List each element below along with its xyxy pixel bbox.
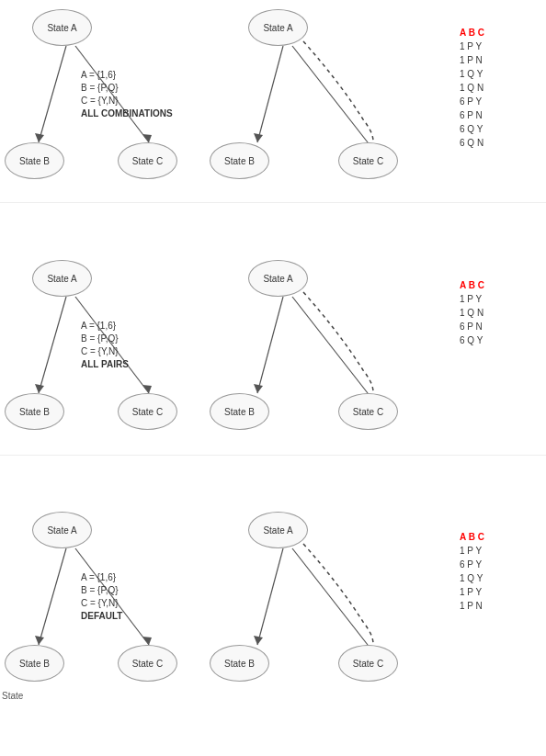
s1-right-root-label: State A	[263, 23, 292, 33]
svg-marker-15	[35, 636, 44, 645]
s2-abc-row4: 6 Q Y	[460, 333, 484, 347]
s1-abc-row2: 1 P N	[460, 53, 484, 67]
svg-line-18	[257, 548, 283, 645]
s1-abc-header: A B C	[460, 26, 484, 39]
s1-abc-row5: 6 P Y	[460, 95, 484, 108]
svg-marker-17	[142, 637, 152, 645]
s3-combo-label: A = {1,6} B = {P,Q} C = {Y,N} DEFAULT	[81, 571, 122, 623]
s3-combo-line1: A = {1,6}	[81, 571, 122, 584]
s3-right-child2-label: State C	[353, 659, 383, 669]
s3-abc-row3: 1 Q Y	[460, 571, 484, 585]
svg-line-4	[257, 46, 283, 142]
s3-right-child1: State B	[210, 645, 269, 682]
svg-marker-19	[254, 636, 263, 645]
s3-left-root: State A	[32, 512, 92, 548]
s1-abc-label: A B C 1 P Y 1 P N 1 Q Y 1 Q N 6 P Y 6 P …	[460, 26, 484, 150]
s2-left-child2-label: State C	[132, 407, 163, 417]
s3-abc-header: A B C	[460, 530, 484, 544]
s2-right-root-label: State A	[263, 274, 292, 284]
s1-abc-row8: 6 Q N	[460, 136, 484, 150]
s1-combo-label: A = {1,6} B = {P,Q} C = {Y,N} ALL COMBIN…	[81, 69, 173, 120]
s2-combo-line1: A = {1,6}	[81, 320, 129, 333]
svg-line-7	[39, 297, 66, 393]
svg-marker-10	[142, 385, 152, 393]
s1-left-child1: State B	[5, 142, 64, 179]
s1-abc-row6: 6 P N	[460, 108, 484, 122]
s2-abc-label: A B C 1 P Y 1 Q N 6 P N 6 Q Y	[460, 278, 484, 347]
s2-combo-line3: C = {Y,N}	[81, 345, 129, 358]
s3-right-child2: State C	[338, 645, 398, 682]
s1-abc-row1: 1 P Y	[460, 39, 484, 53]
svg-line-13	[292, 297, 368, 393]
s3-abc-row1: 1 P Y	[460, 544, 484, 558]
s1-right-child1-label: State B	[224, 156, 255, 166]
s1-left-child2-label: State C	[132, 156, 163, 166]
s1-combo-line1: A = {1,6}	[81, 69, 173, 82]
s1-abc-row4: 1 Q N	[460, 81, 484, 95]
s2-left-child2: State C	[118, 393, 177, 430]
s2-right-child1: State B	[210, 393, 269, 430]
s2-right-child2-label: State C	[353, 407, 383, 417]
s1-left-root-label: State A	[47, 23, 76, 33]
svg-marker-1	[35, 133, 44, 142]
s3-combo-line3: C = {Y,N}	[81, 597, 122, 610]
s1-abc-row3: 1 Q Y	[460, 67, 484, 81]
s3-left-child2: State C	[118, 645, 177, 682]
s3-combo-title: DEFAULT	[81, 610, 122, 623]
svg-line-20	[292, 548, 368, 645]
s3-abc-row5: 1 P N	[460, 599, 484, 613]
svg-line-14	[39, 548, 66, 645]
s2-abc-row1: 1 P Y	[460, 292, 484, 306]
s1-left-child2: State C	[118, 142, 177, 179]
s3-right-child1-label: State B	[224, 659, 255, 669]
s3-combo-line2: B = {P,Q}	[81, 584, 122, 597]
bottom-state-label: State	[2, 691, 23, 701]
s3-left-child2-label: State C	[132, 659, 163, 669]
s2-right-root: State A	[248, 260, 308, 297]
s1-right-root: State A	[248, 9, 308, 46]
s2-left-child1-label: State B	[19, 407, 50, 417]
s1-combo-line2: B = {P,Q}	[81, 82, 173, 95]
svg-line-0	[39, 46, 66, 142]
s1-combo-title: ALL COMBINATIONS	[81, 107, 173, 120]
s2-combo-line2: B = {P,Q}	[81, 333, 129, 345]
s2-right-child2: State C	[338, 393, 398, 430]
s1-combo-line3: C = {Y,N}	[81, 95, 173, 107]
s3-left-child1-label: State B	[19, 659, 50, 669]
svg-line-11	[257, 297, 283, 393]
s1-left-child1-label: State B	[19, 156, 50, 166]
svg-marker-5	[254, 133, 263, 142]
svg-marker-3	[142, 134, 152, 142]
s3-abc-label: A B C 1 P Y 6 P Y 1 Q Y 1 P Y 1 P N	[460, 530, 484, 613]
s3-left-root-label: State A	[47, 525, 76, 536]
s2-right-child1-label: State B	[224, 407, 255, 417]
s1-right-child2: State C	[338, 142, 398, 179]
s3-left-child1: State B	[5, 645, 64, 682]
s1-right-child1: State B	[210, 142, 269, 179]
s1-right-child2-label: State C	[353, 156, 383, 166]
s2-left-root: State A	[32, 260, 92, 297]
s1-abc-row7: 6 Q Y	[460, 122, 484, 136]
s2-left-child1: State B	[5, 393, 64, 430]
s2-abc-row3: 6 P N	[460, 320, 484, 333]
s3-right-root-label: State A	[263, 525, 292, 536]
divider1	[0, 202, 546, 203]
s3-abc-row2: 6 P Y	[460, 558, 484, 571]
s3-abc-row4: 1 P Y	[460, 585, 484, 599]
s2-abc-header: A B C	[460, 278, 484, 292]
svg-line-6	[292, 46, 368, 142]
divider2	[0, 455, 546, 456]
s2-combo-title: ALL PAIRS	[81, 358, 129, 371]
s3-right-root: State A	[248, 512, 308, 548]
s2-left-root-label: State A	[47, 274, 76, 284]
s1-left-root: State A	[32, 9, 92, 46]
svg-marker-12	[254, 384, 263, 393]
s2-abc-row2: 1 Q N	[460, 306, 484, 320]
svg-marker-8	[35, 384, 44, 393]
s2-combo-label: A = {1,6} B = {P,Q} C = {Y,N} ALL PAIRS	[81, 320, 129, 371]
